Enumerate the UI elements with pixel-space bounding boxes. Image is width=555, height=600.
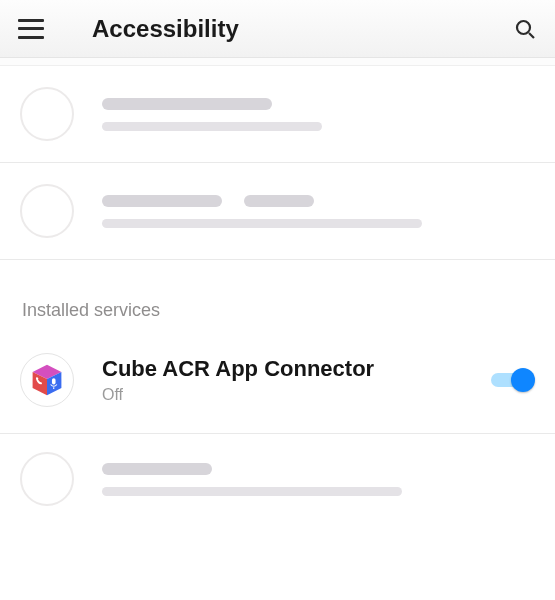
- service-title: Cube ACR App Connector: [102, 356, 491, 382]
- placeholder-icon: [20, 184, 74, 238]
- placeholder-text: [102, 463, 535, 496]
- settings-list: Installed services: [0, 58, 555, 514]
- service-item-cube-acr[interactable]: Cube ACR App Connector Off: [0, 339, 555, 433]
- svg-rect-5: [52, 378, 56, 384]
- svg-line-1: [529, 33, 534, 38]
- placeholder-text: [102, 195, 535, 228]
- placeholder-icon: [20, 452, 74, 506]
- menu-icon[interactable]: [18, 19, 44, 39]
- service-toggle[interactable]: [491, 368, 535, 392]
- section-header-installed-services: Installed services: [0, 260, 555, 339]
- app-header: Accessibility: [0, 0, 555, 58]
- search-icon[interactable]: [513, 17, 537, 41]
- list-item[interactable]: [0, 66, 555, 162]
- cube-acr-app-icon: [20, 353, 74, 407]
- page-title: Accessibility: [92, 15, 513, 43]
- placeholder-text: [102, 98, 535, 131]
- list-item[interactable]: [0, 163, 555, 259]
- service-status: Off: [102, 386, 491, 404]
- list-item[interactable]: [0, 434, 555, 514]
- svg-point-0: [517, 21, 530, 34]
- placeholder-icon: [20, 87, 74, 141]
